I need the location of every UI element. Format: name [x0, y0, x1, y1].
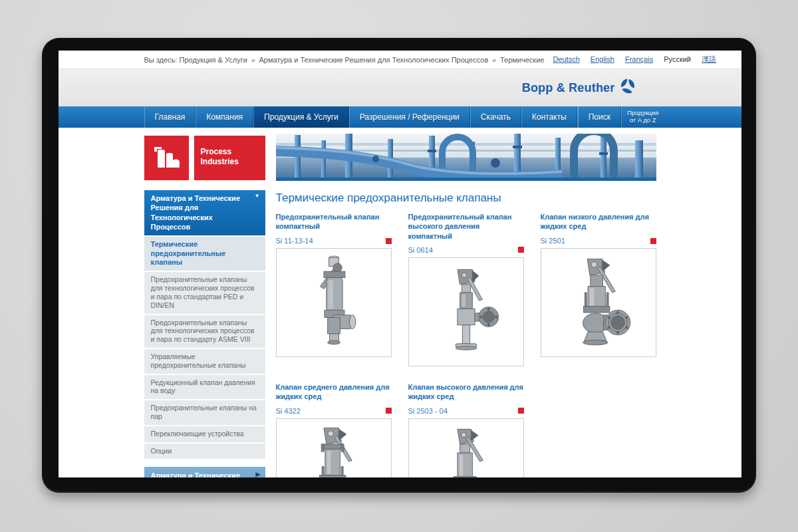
nav-tab-approvals-references[interactable]: Разрешения / Референции	[349, 106, 470, 128]
breadcrumb-current: Термические	[500, 56, 544, 64]
sidebar-item-steam-safety-valves[interactable]: Предохранительные клапаны на пар	[144, 399, 265, 425]
logo-text: Bopp & Reuther	[522, 81, 615, 95]
product-code[interactable]: Si 2503 - 04	[408, 407, 448, 415]
product-card: Клапан низкого давления для жидких сред …	[541, 212, 656, 366]
sidebar-item-changeover-devices[interactable]: Переключающие устройства	[144, 425, 265, 442]
company-logo[interactable]: Bopp & Reuther	[522, 78, 636, 98]
nav-tab-search[interactable]: Поиск	[578, 106, 621, 128]
breadcrumb-prefix: Вы здесь:	[144, 56, 178, 64]
nav-tab-company[interactable]: Компания	[196, 106, 253, 128]
red-marker	[650, 238, 656, 244]
sidebar-section-title: Арматура и Технические Решения для Тепло…	[151, 471, 241, 477]
valve-image	[559, 253, 638, 352]
chevron-down-icon: ▼	[255, 193, 260, 200]
product-image-box[interactable]	[408, 257, 524, 366]
product-image-box[interactable]	[276, 418, 392, 477]
chevron-right-icon: ▶	[256, 471, 261, 477]
sidebar-item-thermal-safety-valves[interactable]: Термические предохранительные клапаны	[144, 235, 265, 271]
lang-link-deutsch[interactable]: Deutsch	[553, 55, 579, 63]
product-card: Предохранительный клапан компактный Si 1…	[276, 212, 392, 366]
az-label-line1: Продукция	[627, 109, 659, 116]
lang-link-francais[interactable]: Français	[625, 55, 653, 63]
nav-tab-products-services[interactable]: Продукция & Услуги	[253, 106, 349, 128]
sidebar-item-safety-valves-ped-dinen[interactable]: Предохранительные клапаны для технологич…	[144, 271, 265, 313]
valve-image	[294, 423, 374, 477]
product-title[interactable]: Предохранительный клапан высокого давлен…	[408, 212, 524, 241]
sidebar-item-controlled-safety-valves[interactable]: Управляемые предохранительные клапаны	[144, 348, 265, 374]
product-image-box[interactable]	[276, 248, 392, 357]
product-image-box[interactable]	[408, 418, 524, 477]
category-tile-label[interactable]: Process Industries	[194, 136, 265, 180]
product-code[interactable]: Si 4322	[276, 407, 301, 415]
red-marker	[386, 238, 392, 244]
product-code[interactable]: Si 0614	[408, 246, 433, 254]
sidebar-item-safety-valves-asme[interactable]: Предохранительные клапаны для технологич…	[144, 314, 265, 348]
category-tile-icon[interactable]	[144, 136, 189, 180]
breadcrumb-separator: »	[251, 57, 255, 64]
valve-image	[294, 253, 374, 352]
sidebar-section-thermal-power[interactable]: Арматура и Технические Решения для Тепло…	[144, 467, 265, 477]
breadcrumb: Вы здесь: Продукция & Услуги » Арматура …	[144, 56, 545, 64]
lang-current-russian: Русский	[664, 55, 691, 63]
product-card: Клапан высокого давления для жидких сред…	[408, 382, 524, 477]
product-card: Предохранительный клапан высокого давлен…	[408, 212, 524, 366]
logo-trefoil-icon	[619, 78, 636, 98]
language-switcher: Deutsch English Français Русский 漢語	[544, 55, 716, 65]
product-title[interactable]: Предохранительный клапан компактный	[276, 212, 392, 231]
lang-link-english[interactable]: English	[591, 55, 614, 63]
product-image-box[interactable]	[541, 248, 656, 357]
main-content: Термические предохранительные клапаны Пр…	[276, 134, 656, 477]
product-code[interactable]: Si 11-13-14	[276, 237, 313, 245]
valve-image	[426, 423, 506, 477]
process-tanks-icon	[152, 144, 181, 173]
category-tiles: Process Industries	[144, 136, 265, 180]
sidebar-item-pressure-reducing-valve[interactable]: Редукционный клапан давления на воду	[144, 374, 265, 400]
product-title[interactable]: Клапан среднего давления для жидких сред	[276, 382, 392, 402]
az-label-line2: от A до Z	[627, 116, 659, 124]
header-banner-image	[276, 134, 656, 181]
product-title[interactable]: Клапан низкого давления для жидких сред	[541, 212, 656, 231]
breadcrumb-link-products[interactable]: Продукция & Услуги	[180, 56, 247, 64]
valve-image	[426, 262, 506, 362]
breadcrumb-link-valves[interactable]: Арматура и Технические Решения для Техно…	[259, 56, 489, 64]
nav-tab-contacts[interactable]: Контакты	[521, 106, 577, 128]
nav-tab-products-a-z[interactable]: Продукция от A до Z	[621, 106, 664, 128]
sidebar-item-options[interactable]: Опции	[144, 442, 265, 460]
site-header: Bopp & Reuther	[59, 69, 741, 106]
breadcrumb-separator: »	[492, 57, 496, 64]
browser-viewport: Вы здесь: Продукция & Услуги » Арматура …	[59, 51, 741, 477]
sidebar-section-process-industries[interactable]: Арматура и Технические Решения для Техно…	[144, 190, 265, 235]
nav-tab-download[interactable]: Скачать	[470, 106, 521, 128]
page-title: Термические предохранительные клапаны	[276, 192, 656, 205]
red-marker	[518, 247, 524, 253]
red-marker	[518, 408, 524, 414]
product-card: Клапан среднего давления для жидких сред…	[276, 382, 392, 477]
product-title[interactable]: Клапан высокого давления для жидких сред	[408, 382, 524, 402]
product-code[interactable]: Si 2501	[541, 237, 565, 245]
page-body: Process Industries Арматура и Технически…	[59, 128, 741, 477]
main-navigation: Главная Компания Продукция & Услуги Разр…	[59, 106, 741, 128]
lang-link-chinese[interactable]: 漢語	[702, 55, 716, 63]
sidebar: Process Industries Арматура и Технически…	[144, 134, 265, 477]
product-grid: Предохранительный клапан компактный Si 1…	[276, 212, 656, 477]
nav-tab-home[interactable]: Главная	[144, 106, 196, 128]
red-marker	[386, 408, 392, 414]
sidebar-section-title: Арматура и Технические Решения для Техно…	[151, 194, 241, 231]
top-bar: Вы здесь: Продукция & Услуги » Арматура …	[59, 51, 741, 69]
